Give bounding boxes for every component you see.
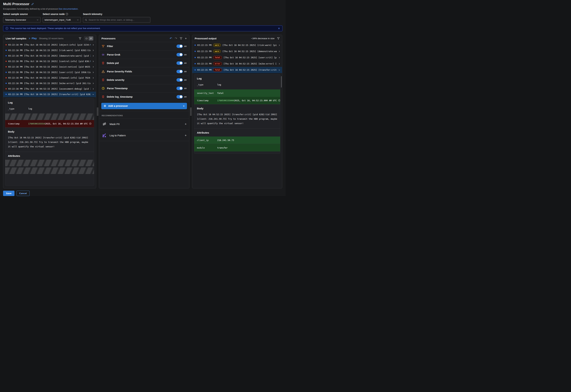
deploy-warning-banner: i This source has not been deployed. The… bbox=[3, 26, 282, 31]
drag-handle[interactable] bbox=[97, 108, 98, 115]
log-row[interactable]: 03:22:16 PM[Thu Oct 16 04:52:15 2025] [m… bbox=[3, 81, 96, 86]
chevron-right-icon[interactable] bbox=[92, 60, 94, 62]
processor-chip-icon bbox=[103, 105, 106, 107]
filter-icon[interactable] bbox=[79, 37, 81, 40]
main-panels: Live tail samples Play Showing 10 recent… bbox=[3, 35, 282, 188]
processor-row[interactable]: Parse Grok on bbox=[99, 51, 189, 59]
output-row[interactable]: 03:22:15 PMwarn[Thu Oct 16 04:52:15 2025… bbox=[192, 48, 282, 55]
clock-icon bbox=[89, 122, 91, 125]
chevron-right-icon[interactable] bbox=[92, 49, 94, 51]
timestamp-row-added: timestamp 1760590335000 2025, Oct 16, 04… bbox=[194, 97, 280, 104]
search-telemetry-label: Search telemetry bbox=[83, 13, 150, 15]
severity-badge: error bbox=[213, 62, 222, 65]
source-node-label: Select source node ? bbox=[43, 13, 81, 15]
see-documentation-link[interactable]: See documentation. bbox=[58, 8, 78, 10]
output-row-selected[interactable]: 03:22:15 PMfatal[Thu Oct 16 04:52:15 202… bbox=[192, 67, 282, 73]
log-row[interactable]: 03:22:16 PM[Thu Oct 16 04:52:15 2025] [o… bbox=[3, 42, 96, 48]
attributes-section: Attributes bbox=[5, 152, 94, 176]
chevron-right-icon[interactable] bbox=[92, 44, 94, 46]
processors-header: Processors ↶ ↷ + bbox=[99, 35, 189, 42]
filter-icon[interactable] bbox=[180, 37, 182, 40]
processor-row[interactable]: Delete severity on bbox=[99, 76, 189, 84]
body-section: Body [Thu Oct 16 04:52:15 2025] [transfe… bbox=[194, 104, 280, 128]
processor-toggle[interactable] bbox=[176, 44, 183, 48]
output-row[interactable]: 03:22:15 PMwarn[Thu Oct 16 04:52:15 2025… bbox=[192, 42, 282, 48]
redacted-attribute-row bbox=[5, 160, 94, 166]
type-row: _type log bbox=[194, 81, 280, 88]
live-tail-detail-card: Log _type log timestamp 1760590335554 20… bbox=[5, 98, 94, 186]
sample-source-value: Telemetry Generator bbox=[5, 19, 26, 21]
search-telemetry-input[interactable] bbox=[88, 19, 148, 21]
search-telemetry-group: Search telemetry bbox=[83, 13, 150, 23]
processed-output-list: 03:22:15 PMwarn[Thu Oct 16 04:52:15 2025… bbox=[192, 42, 282, 73]
play-button[interactable]: Play bbox=[29, 37, 37, 40]
strategy-play-icon bbox=[102, 133, 107, 138]
chevron-right-icon[interactable] bbox=[278, 50, 280, 53]
recommendation-row[interactable]: Log to Pattern + bbox=[99, 130, 189, 141]
chevron-right-icon[interactable] bbox=[278, 56, 280, 59]
processed-output-panel: Processed output ~34% decrease in size 0… bbox=[192, 35, 282, 188]
chevron-down-icon[interactable] bbox=[92, 93, 94, 95]
chevron-right-icon[interactable] bbox=[92, 71, 94, 73]
scrollbar-thumb[interactable] bbox=[281, 76, 282, 87]
chevron-right-icon[interactable] bbox=[278, 44, 280, 46]
processor-toggle[interactable] bbox=[176, 53, 183, 56]
grok-icon bbox=[102, 53, 105, 56]
severity-dot bbox=[5, 88, 7, 89]
chevron-right-icon[interactable] bbox=[92, 66, 94, 68]
log-row[interactable]: 03:22:16 PM[Thu Oct 16 04:52:15 2025] [u… bbox=[3, 70, 96, 75]
chevron-down-icon bbox=[36, 19, 39, 21]
log-row[interactable]: 03:22:16 PM[Thu Oct 16 04:52:15 2025] [a… bbox=[3, 86, 96, 92]
chevron-right-icon[interactable] bbox=[92, 88, 94, 90]
log-row[interactable]: 03:22:16 PM[Thu Oct 16 04:52:15 2025] [r… bbox=[3, 48, 96, 53]
log-row[interactable]: 03:22:16 PM[Thu Oct 16 04:52:15 2025] [e… bbox=[3, 64, 96, 70]
recommendation-row[interactable]: Mask PII + bbox=[99, 118, 189, 130]
search-telemetry-box bbox=[83, 17, 150, 23]
selectors-row: Select sample source Telemetry Generator… bbox=[3, 13, 282, 23]
chevron-right-icon[interactable] bbox=[278, 63, 280, 65]
save-button[interactable]: Save bbox=[3, 191, 14, 196]
processor-row[interactable]: Parse Timestamp on bbox=[99, 84, 189, 93]
help-icon[interactable]: ? bbox=[66, 13, 68, 15]
add-recommendation-icon[interactable]: + bbox=[185, 134, 187, 137]
processor-toggle[interactable] bbox=[176, 61, 183, 65]
add-icon[interactable]: + bbox=[185, 37, 187, 40]
log-row[interactable]: 03:22:16 PM[Thu Oct 16 04:52:15 2025] [c… bbox=[3, 75, 96, 81]
chevron-right-icon[interactable] bbox=[92, 82, 94, 84]
log-row[interactable]: 03:22:16 PM[Thu Oct 16 04:52:15 2025] [c… bbox=[3, 59, 96, 64]
body-text: [Thu Oct 16 04:52:15 2025] [transfer:cri… bbox=[5, 134, 94, 152]
add-recommendation-icon[interactable]: + bbox=[185, 122, 187, 126]
json-view-button[interactable]: {} bbox=[84, 36, 89, 40]
chevron-right-icon[interactable] bbox=[92, 77, 94, 79]
source-node-dropdown[interactable]: telemetrygen_input_71d6 bbox=[43, 17, 81, 23]
cancel-button[interactable]: Cancel bbox=[16, 191, 29, 196]
processor-toggle[interactable] bbox=[176, 95, 183, 98]
processor-toggle[interactable] bbox=[176, 78, 183, 82]
drag-handle[interactable] bbox=[190, 108, 192, 115]
view-toggle: {} bbox=[84, 36, 94, 41]
processor-toggle[interactable] bbox=[176, 87, 183, 90]
edit-title-icon[interactable] bbox=[31, 3, 34, 5]
processor-row[interactable]: Parse Severity Fields on bbox=[99, 67, 189, 76]
severity-dot bbox=[195, 44, 196, 46]
add-processor-button[interactable]: Add a processor + bbox=[101, 103, 187, 109]
sample-source-dropdown[interactable]: Telemetry Generator bbox=[3, 17, 41, 23]
processor-row[interactable]: Filter on bbox=[99, 42, 189, 51]
processor-row[interactable]: Delete log_timestamp on bbox=[99, 93, 189, 101]
attributes-section-heading: Attributes bbox=[5, 152, 94, 159]
output-row[interactable]: 03:22:15 PMerror[Thu Oct 16 04:52:15 202… bbox=[192, 61, 282, 67]
output-row[interactable]: 03:22:15 PMfatal[Thu Oct 16 04:52:15 202… bbox=[192, 55, 282, 61]
processor-row[interactable]: Delete pid on bbox=[99, 59, 189, 67]
undo-icon[interactable]: ↶ bbox=[170, 37, 172, 40]
severity-dot bbox=[195, 63, 196, 64]
chevron-right-icon[interactable] bbox=[92, 55, 94, 57]
list-view-button[interactable] bbox=[89, 36, 93, 40]
chevron-down-icon[interactable] bbox=[278, 69, 280, 71]
redo-icon[interactable]: ↷ bbox=[175, 37, 177, 40]
processor-toggle[interactable] bbox=[176, 70, 183, 73]
redacted-field-row bbox=[5, 113, 94, 120]
filter-icon[interactable] bbox=[277, 37, 280, 40]
log-row-selected[interactable]: 03:22:16 PM[Thu Oct 16 04:52:15 2025] [t… bbox=[3, 92, 96, 97]
log-row[interactable]: 03:22:16 PM[Thu Oct 16 04:52:15 2025] [d… bbox=[3, 53, 96, 59]
banner-close-icon[interactable]: × bbox=[278, 27, 280, 30]
